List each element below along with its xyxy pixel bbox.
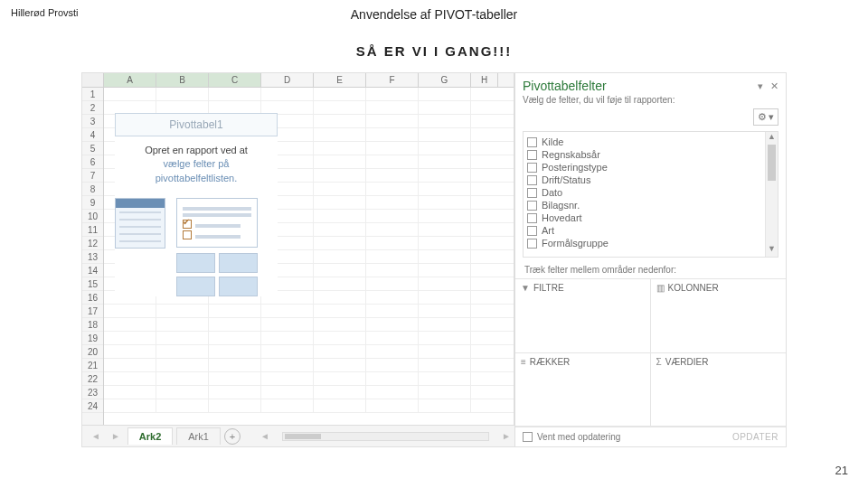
field-label: Posteringstype xyxy=(542,162,608,173)
zone-label: RÆKKER xyxy=(530,357,570,367)
field-label: Dato xyxy=(542,187,562,198)
values-icon: Σ xyxy=(656,357,662,367)
column-header[interactable]: G xyxy=(419,73,471,87)
horizontal-scrollbar[interactable] xyxy=(282,432,489,441)
update-button[interactable]: OPDATER xyxy=(732,432,778,442)
row-header[interactable]: 1 xyxy=(82,88,103,101)
row-header[interactable]: 23 xyxy=(82,386,103,399)
tab-nav-next-icon[interactable]: ► xyxy=(108,431,124,441)
row-header[interactable]: 5 xyxy=(82,142,103,155)
row-header[interactable]: 19 xyxy=(82,332,103,345)
zone-label: FILTRE xyxy=(533,283,564,293)
pane-close-icon[interactable]: ✕ xyxy=(770,80,778,92)
filter-icon: ▼ xyxy=(521,283,530,293)
sheet-tab-bar: ◄ ► Ark2 Ark1 + ◄ ► xyxy=(82,425,514,446)
pivot-placeholder-title: Pivottabel1 xyxy=(115,113,278,136)
column-header[interactable]: E xyxy=(314,73,366,87)
gear-icon: ⚙ xyxy=(758,111,767,123)
drag-instruction: Træk felter mellem områder nedenfor: xyxy=(515,261,786,278)
row-header[interactable]: 10 xyxy=(82,210,103,223)
pane-layout-button[interactable]: ⚙▾ xyxy=(753,108,778,126)
zone-label: KOLONNER xyxy=(668,283,719,293)
scroll-up-icon[interactable]: ▲ xyxy=(766,132,778,145)
row-header[interactable]: 11 xyxy=(82,223,103,237)
fieldlist-illustration-icon xyxy=(176,198,258,296)
pane-dropdown-icon[interactable]: ▾ xyxy=(758,80,763,92)
checkbox-icon xyxy=(527,226,537,236)
row-header[interactable]: 9 xyxy=(82,196,103,210)
column-header[interactable]: B xyxy=(156,73,209,87)
field-item[interactable]: Regnskabsår xyxy=(527,148,761,161)
zone-values[interactable]: ΣVÆRDIER xyxy=(651,353,787,427)
row-header[interactable]: 15 xyxy=(82,277,103,291)
checkbox-icon xyxy=(527,188,537,198)
zone-label: VÆRDIER xyxy=(665,357,709,367)
field-item[interactable]: Posteringstype xyxy=(527,161,761,174)
row-header[interactable]: 12 xyxy=(82,237,103,250)
row-header[interactable]: 2 xyxy=(82,101,103,115)
field-list-box: KildeRegnskabsårPosteringstypeDrift/Stat… xyxy=(523,131,778,258)
hscroll-right-icon[interactable]: ► xyxy=(498,431,514,441)
tab-nav-prev-icon[interactable]: ◄ xyxy=(88,431,104,441)
row-header[interactable]: 8 xyxy=(82,183,103,196)
field-label: Regnskabsår xyxy=(542,149,600,160)
pane-title: Pivottabelfelter xyxy=(523,79,607,93)
checkbox-icon xyxy=(527,163,537,173)
row-header[interactable]: 18 xyxy=(82,318,103,332)
checkbox-icon xyxy=(523,432,533,442)
sheet-tab-add[interactable]: + xyxy=(224,428,241,445)
column-header[interactable]: A xyxy=(104,73,156,87)
zone-rows[interactable]: ≡RÆKKER xyxy=(515,353,651,427)
field-item[interactable]: Formålsgruppe xyxy=(527,237,761,249)
checkbox-icon xyxy=(527,213,537,223)
excel-screenshot: A B C D E F G H 123456789101112131415161… xyxy=(81,72,787,447)
pivot-placeholder-card: Pivottabel1 Opret en rapport ved at vælg… xyxy=(115,113,278,296)
checkbox-icon xyxy=(527,150,537,160)
column-header[interactable]: H xyxy=(471,73,498,87)
row-header[interactable]: 17 xyxy=(82,305,103,318)
row-header[interactable]: 13 xyxy=(82,250,103,264)
zone-columns[interactable]: ▥KOLONNER xyxy=(651,279,787,353)
field-label: Formålsgruppe xyxy=(542,238,609,249)
header-subhead: SÅ ER VI I GANG!!! xyxy=(0,43,868,59)
field-item[interactable]: Kilde xyxy=(527,136,761,148)
field-item[interactable]: Dato xyxy=(527,186,761,199)
row-header[interactable]: 21 xyxy=(82,359,103,372)
row-header[interactable]: 16 xyxy=(82,291,103,305)
row-header[interactable]: 24 xyxy=(82,399,103,413)
hscroll-left-icon[interactable]: ◄ xyxy=(257,431,273,441)
pane-subtitle: Vælg de felter, du vil føje til rapporte… xyxy=(523,95,778,105)
field-item[interactable]: Bilagsnr. xyxy=(527,199,761,211)
defer-label: Vent med opdatering xyxy=(537,432,620,442)
row-header[interactable]: 6 xyxy=(82,155,103,169)
row-header[interactable]: 20 xyxy=(82,345,103,359)
sheet-tab-active[interactable]: Ark2 xyxy=(127,427,173,445)
field-item[interactable]: Drift/Status xyxy=(527,174,761,186)
select-all-corner[interactable] xyxy=(82,73,104,87)
row-header[interactable]: 7 xyxy=(82,169,103,183)
field-item[interactable]: Hovedart xyxy=(527,211,761,224)
column-header[interactable]: D xyxy=(261,73,314,87)
row-header[interactable]: 14 xyxy=(82,264,103,277)
field-item[interactable]: Art xyxy=(527,224,761,237)
sheet-tab[interactable]: Ark1 xyxy=(176,427,221,445)
row-header[interactable]: 4 xyxy=(82,128,103,142)
field-label: Kilde xyxy=(542,136,563,147)
pivot-msg-line: vælge felter på xyxy=(164,158,230,169)
pivot-msg-line: pivottabelfeltlisten. xyxy=(156,173,238,183)
row-header[interactable]: 3 xyxy=(82,115,103,128)
chevron-down-icon: ▾ xyxy=(769,111,774,123)
column-header[interactable]: C xyxy=(209,73,261,87)
columns-icon: ▥ xyxy=(656,283,665,293)
pivot-fields-pane: Pivottabelfelter ▾ ✕ Vælg de felter, du … xyxy=(514,73,786,446)
drop-zones: ▼FILTRE ▥KOLONNER ≡RÆKKER ΣVÆRDIER xyxy=(515,278,786,427)
zone-filters[interactable]: ▼FILTRE xyxy=(515,279,651,353)
field-label: Bilagsnr. xyxy=(542,200,580,211)
row-header[interactable]: 22 xyxy=(82,372,103,386)
column-header-row: A B C D E F G H xyxy=(82,73,514,88)
scroll-down-icon[interactable]: ▼ xyxy=(766,244,778,257)
column-header[interactable]: F xyxy=(366,73,419,87)
checkbox-icon xyxy=(527,137,537,147)
field-list-scrollbar[interactable]: ▲ ▼ xyxy=(765,132,778,257)
defer-update-checkbox[interactable]: Vent med opdatering xyxy=(523,432,620,442)
